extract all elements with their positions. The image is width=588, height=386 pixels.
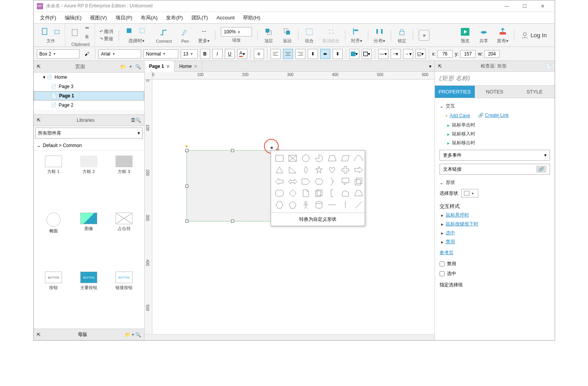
bullets-button[interactable]: ≡ [254,49,264,59]
selected-shape[interactable]: ▾ [186,150,278,222]
shape-line-h[interactable] [326,199,338,210]
shape-line-v[interactable] [339,199,352,210]
create-link[interactable]: 🔗 Create Link [478,113,509,119]
shape-trapezoid[interactable] [326,153,338,164]
italic-button[interactable]: I [212,49,222,59]
lib-button1[interactable]: BUTTON按钮 [37,270,71,325]
shape-circle[interactable] [300,153,312,164]
connector-dot[interactable] [271,147,273,149]
tab-home[interactable]: Home× [174,61,202,72]
tab-dropdown-icon[interactable]: ▾ [426,64,435,69]
lib-box2[interactable]: 方框 2 [72,154,106,209]
w-input[interactable] [484,50,500,58]
shape-pentagon[interactable] [286,199,299,210]
shape-callout[interactable] [339,176,352,187]
ruler-horizontal[interactable]: 0 100 200 300 400 500 600 [152,72,435,80]
corner-button[interactable]: ◱▾ [416,49,426,59]
shape-hexagon-h[interactable] [313,176,325,187]
underline-button[interactable]: U [225,49,235,59]
tab-notes[interactable]: NOTES [475,86,515,98]
align-center-button[interactable] [283,49,293,59]
font-weight-select[interactable]: Normal▾ [143,49,178,59]
new-file-icon[interactable] [40,26,51,37]
tab-style[interactable]: STYLE [515,86,555,98]
add-page-icon[interactable]: ＋ [128,63,133,70]
tree-page3[interactable]: 📄 Page 3 [34,82,144,91]
close-button[interactable]: ✕ [534,0,552,12]
tree-page2[interactable]: 📄 Page 2 [34,100,144,110]
menu-edit[interactable]: 编辑(E) [62,13,84,23]
tab-page1[interactable]: Page 1× [145,61,175,72]
share-icon[interactable] [478,26,489,37]
shape-plus[interactable] [339,164,352,175]
selected-checkbox[interactable]: 选中 [440,269,550,279]
canvas-scrollbar-h[interactable] [145,334,435,340]
lib-box1[interactable]: 方框 1 [37,154,71,209]
x-input[interactable] [437,50,453,58]
shape-tag[interactable] [300,176,312,187]
shape-cylinder[interactable] [313,199,325,210]
redo-button[interactable]: ↷ 重做 [100,36,113,42]
disable-checkbox[interactable]: 禁用 [440,259,550,269]
more-events-select[interactable]: 更多事件▾ [440,150,550,161]
istyle-hover[interactable]: ▸ 鼠标悬停时 [440,211,550,220]
style-painter-icon[interactable]: 🖌 [82,49,92,59]
widget-name-input[interactable]: (矩形 名称) [435,72,555,86]
interactions-title[interactable]: ⌄ 交互 [440,101,550,111]
shape-heart[interactable] [326,164,338,175]
close-tab-icon[interactable]: × [194,63,197,69]
canvas[interactable]: ▾ [152,80,435,334]
overflow-button[interactable]: » [416,24,433,47]
lib-placeholder[interactable]: 占位符 [107,211,141,269]
event-mouseenter[interactable]: ▸鼠标移入时 [440,130,550,138]
add-master-folder-icon[interactable]: 📁 [125,332,131,338]
shape-pie[interactable] [313,153,325,164]
lib-menu-icon[interactable]: ☰ [131,118,135,123]
menu-project[interactable]: 项目(P) [112,13,135,23]
shape-arrow-right[interactable] [352,164,365,175]
lib-image[interactable]: 图像 [72,211,106,269]
close-tab-icon[interactable]: × [166,63,169,69]
shape-bracket[interactable] [326,188,338,199]
pen-icon[interactable] [179,27,190,38]
valign-top-button[interactable]: ⬍ [308,49,318,59]
menu-view[interactable]: 视图(V) [87,13,110,23]
valign-mid-button[interactable]: ⬌ [320,49,330,59]
more-icon[interactable]: ⋯ [198,26,209,37]
y-input[interactable] [460,50,476,58]
align-right-button[interactable] [295,49,305,59]
fill-color-button[interactable]: ▾ [349,49,359,59]
search-pages-icon[interactable]: 🔍 [135,64,141,69]
istyle-selected[interactable]: ▸ 选中 [440,228,550,237]
tab-properties[interactable]: PROPERTIES [435,86,475,98]
text-link-field[interactable]: 文本链接 🔗 [440,164,550,175]
menu-account[interactable]: Account [213,13,238,22]
shape-stack[interactable] [352,176,365,187]
send-back-icon[interactable] [282,26,293,37]
shape-right-tri[interactable] [286,164,299,175]
lib-ellipse[interactable]: 椭圆 [37,211,71,269]
publish-icon[interactable] [497,26,508,37]
master-collapse-icon[interactable]: ⇱ [37,332,41,338]
arrow-button[interactable]: →▾ [403,49,413,59]
shape-parallelogram[interactable] [339,153,352,164]
select-contained-icon[interactable] [138,26,148,37]
library-select[interactable]: 所有部件库▾ [35,128,143,138]
panel-collapse-icon[interactable]: ⇱ [37,64,41,69]
select-mode-icon[interactable] [124,26,135,37]
shape-triangle[interactable] [273,164,286,175]
cut-icon[interactable]: ✂ [83,24,91,32]
menu-file[interactable]: 文件(F) [37,13,60,23]
menu-team[interactable]: 团队(T) [188,13,211,23]
lib-button3[interactable]: BUTTON链接按钮 [107,270,141,325]
add-folder-icon[interactable]: 📁 [120,64,126,69]
connect-icon[interactable] [159,27,169,38]
line-width-button[interactable]: —▾ [378,49,388,59]
distribute-icon[interactable] [374,26,385,37]
group-icon[interactable] [304,26,315,37]
valign-bot-button[interactable]: ⬍ [333,49,343,59]
undo-button[interactable]: ↶ 撤消 [100,28,113,35]
tree-home[interactable]: ▾ 📄 Home [34,73,144,82]
event-mouseleave[interactable]: ▸鼠标移出时 [440,138,550,147]
font-color-button[interactable]: A▾ [237,49,247,59]
